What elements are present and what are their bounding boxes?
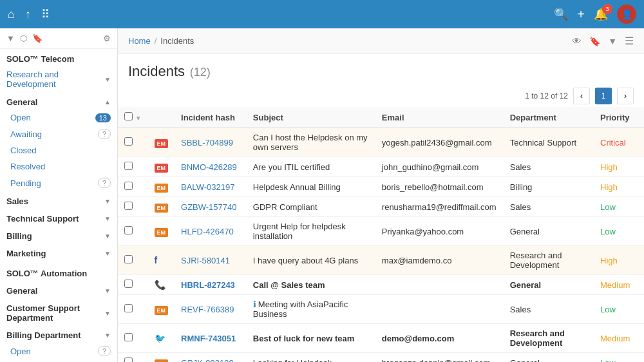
- add-icon[interactable]: +: [577, 7, 585, 22]
- sidebar-section-sales[interactable]: Sales ▼: [0, 191, 117, 209]
- upload-icon[interactable]: ↑: [25, 8, 31, 21]
- grid-icon[interactable]: ⠿: [41, 7, 50, 21]
- row-priority: Medium: [600, 280, 630, 290]
- sidebar-section-general2[interactable]: General ▼: [0, 281, 117, 298]
- row-priority: Low: [600, 202, 616, 212]
- sidebar-item-open[interactable]: Open 13: [0, 110, 117, 126]
- settings-icon[interactable]: ⚙: [103, 33, 111, 43]
- row-checkbox[interactable]: [124, 202, 133, 210]
- solo-telecom-label: SOLO™ Telecom: [6, 54, 74, 64]
- avatar[interactable]: 👤: [617, 5, 636, 24]
- sidebar-item-awaiting[interactable]: Awaiting ?: [0, 126, 117, 142]
- incident-hash-link[interactable]: RMNF-743051: [181, 334, 236, 343]
- customer-support-label: Customer Support Department: [6, 303, 104, 323]
- table-row: 📞 HBRL-827243 Call @ Sales team General …: [118, 275, 644, 295]
- row-checkbox[interactable]: [124, 357, 133, 362]
- row-checkbox-cell: [118, 275, 148, 295]
- bookmark-icon[interactable]: 🔖: [32, 33, 43, 43]
- bookmark-header-icon[interactable]: 🔖: [589, 36, 600, 46]
- row-hash-cell: BNMO-426289: [175, 157, 247, 177]
- bell-icon[interactable]: 🔔 3: [594, 7, 608, 21]
- sidebar-group-solo-automation[interactable]: SOLO™ Automation: [0, 263, 117, 281]
- awaiting-count: ?: [98, 129, 111, 139]
- pagination-info: 1 to 12 of 12: [525, 91, 568, 100]
- row-checkbox[interactable]: [124, 280, 133, 288]
- row-checkbox[interactable]: [124, 182, 133, 190]
- select-all-checkbox[interactable]: [124, 112, 133, 120]
- row-checkbox-cell: [118, 246, 148, 275]
- incident-hash-link[interactable]: GZBW-157740: [181, 202, 236, 212]
- sidebar-section-customer-support[interactable]: Customer Support Department ▼: [0, 298, 117, 325]
- sidebar-section-general[interactable]: General ▲: [0, 92, 117, 110]
- sidebar-item-resolved[interactable]: Resolved: [0, 158, 117, 175]
- row-subject-cell: ℹMeeting with AsiaPacific Business: [247, 295, 375, 324]
- sidebar-item-pending[interactable]: Pending ?: [0, 175, 117, 191]
- marketing-chevron: ▼: [104, 250, 111, 257]
- sidebar-group-solo-telecom[interactable]: SOLO™ Telecom: [0, 49, 117, 66]
- sidebar-item-open2[interactable]: Open ?: [0, 343, 117, 359]
- current-page-button[interactable]: 1: [595, 88, 612, 104]
- th-incident-hash[interactable]: Incident hash: [175, 107, 247, 128]
- th-email[interactable]: Email: [375, 107, 504, 128]
- row-hash-cell: GZBW-157740: [175, 197, 247, 217]
- th-subject[interactable]: Subject: [247, 107, 375, 128]
- sidebar-section-billing-dept[interactable]: Billing Department ▼: [0, 325, 117, 343]
- row-priority-cell: Medium: [594, 324, 644, 353]
- sitemap-icon[interactable]: ⬡: [20, 33, 27, 43]
- phone-icon: 📞: [155, 280, 166, 290]
- awaiting-label: Awaiting: [10, 129, 42, 139]
- row-hash-cell: SBBL-704899: [175, 128, 247, 157]
- row-checkbox[interactable]: [124, 162, 133, 170]
- filter-icon[interactable]: ▼: [6, 33, 15, 43]
- sidebar-item-awaiting2[interactable]: Awaiting ?: [0, 359, 117, 362]
- sidebar-section-marketing[interactable]: Marketing ▼: [0, 243, 117, 261]
- row-checkbox[interactable]: [124, 255, 133, 263]
- billing-chevron: ▼: [104, 233, 111, 240]
- row-department-cell: General: [504, 353, 594, 363]
- incident-hash-link[interactable]: SJRI-580141: [181, 256, 230, 265]
- sidebar-section-billing[interactable]: Billing ▼: [0, 226, 117, 243]
- pagination-top: 1 to 12 of 12 ‹ 1 ›: [118, 85, 644, 107]
- table-row: f SJRI-580141 I have query about 4G plan…: [118, 246, 644, 275]
- th-department[interactable]: Department: [504, 107, 594, 128]
- search-icon[interactable]: 🔍: [554, 7, 568, 21]
- row-checkbox[interactable]: [124, 137, 133, 146]
- sidebar-section-technical-support[interactable]: Technical Support ▼: [0, 209, 117, 226]
- table-header-row: ▼ Incident hash Subject Email Department…: [118, 107, 644, 128]
- home-icon[interactable]: ⌂: [8, 8, 15, 21]
- incident-hash-link[interactable]: BALW-032197: [181, 182, 234, 192]
- menu-icon[interactable]: ☰: [625, 35, 634, 47]
- resolved-label: Resolved: [10, 162, 45, 171]
- eye-icon[interactable]: 👁: [572, 35, 582, 46]
- row-subject-cell: Best of luck for new team: [247, 324, 375, 353]
- row-checkbox[interactable]: [124, 226, 133, 234]
- row-checkbox[interactable]: [124, 333, 133, 341]
- next-page-button[interactable]: ›: [617, 88, 634, 104]
- sidebar-item-closed[interactable]: Closed: [0, 142, 117, 158]
- incident-hash-link[interactable]: HBRL-827243: [181, 280, 235, 290]
- incident-hash-link[interactable]: REVF-766389: [181, 305, 234, 314]
- row-checkbox[interactable]: [124, 304, 133, 312]
- incident-hash-link[interactable]: SBBL-704899: [181, 138, 233, 148]
- row-checkbox-cell: [118, 353, 148, 363]
- row-priority: Low: [600, 305, 616, 314]
- prev-page-button[interactable]: ‹: [573, 88, 590, 104]
- general-label: General: [6, 97, 37, 107]
- sidebar-toolbar-icons: ▼ ⬡ 🔖: [6, 33, 43, 43]
- row-priority-cell: Low: [594, 217, 644, 246]
- row-subject-cell: I have query about 4G plans: [247, 246, 375, 275]
- incident-hash-link[interactable]: GBJK-993199: [181, 358, 234, 363]
- breadcrumb-home[interactable]: Home: [128, 36, 151, 46]
- row-checkbox-cell: [118, 197, 148, 217]
- row-priority-cell: Low: [594, 197, 644, 217]
- table-row: EM HLFD-426470 Urgent Help for helpdesk …: [118, 217, 644, 246]
- th-priority[interactable]: Priority: [594, 107, 644, 128]
- incident-hash-link[interactable]: HLFD-426470: [181, 227, 234, 236]
- filter-header-icon[interactable]: ▼: [608, 36, 617, 46]
- row-email-cell: demo@demo.com: [375, 324, 504, 353]
- incident-hash-link[interactable]: BNMO-426289: [181, 162, 237, 172]
- table-row: EM GBJK-993199 Looking for Helpdesk brag…: [118, 353, 644, 363]
- row-email-cell: boris_rebello@hotmail.com: [375, 177, 504, 197]
- sidebar-item-research-development[interactable]: Research and Development ▼: [0, 66, 117, 92]
- row-department: Sales: [510, 202, 531, 212]
